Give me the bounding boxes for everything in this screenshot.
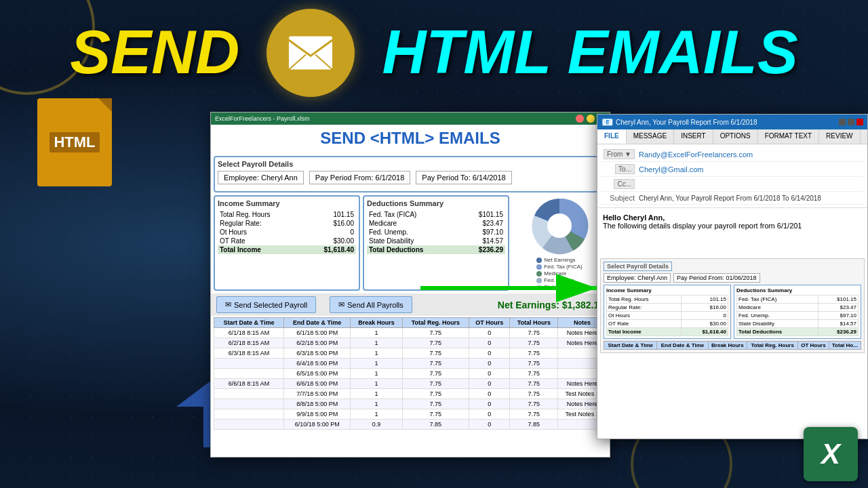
outlook-icon: 📧 xyxy=(601,117,613,127)
body-text: The following details display your payro… xyxy=(603,222,862,230)
chart-area: Net EarningsFed. Tax (FICA)MedicareFed. … xyxy=(512,195,607,291)
outlook-title: Cheryl Ann, Your Payroll Report From 6/1… xyxy=(616,119,836,126)
ribbon-tab-review[interactable]: REVIEW xyxy=(819,129,860,144)
to-label: To... xyxy=(601,164,639,174)
table-row: 6/4/18 5:00 PM17.7507.75 xyxy=(214,359,607,369)
cc-label: Cc... xyxy=(601,179,639,189)
html-file-area: HTML xyxy=(37,98,112,186)
inner-pay-from: Pay Period From: 01/06/2018 xyxy=(673,273,760,283)
table-row: 6/6/18 8:15 AM6/6/18 5:00 PM17.7507.75No… xyxy=(214,379,607,389)
ribbon-tab-format-text[interactable]: FORMAT TEXT xyxy=(758,129,819,144)
inner-income-table: Total Reg. Hours101.15Regular Rate:$16.0… xyxy=(606,295,728,336)
inner-deductions-title: Deductions Summary xyxy=(736,287,859,293)
deductions-title: Deductions Summary xyxy=(367,199,505,207)
subject-row: Subject Cheryl Ann, Your Payroll Report … xyxy=(601,192,863,205)
excel-window-title: ExcelForFreelancers - Payroll.xlsm xyxy=(215,115,310,122)
inner-summary: Income Summary Total Reg. Hours101.15Reg… xyxy=(604,285,861,339)
table-row: 9/9/18 5:00 PM17.7507.75Test Notes 1 xyxy=(214,409,607,420)
employee-field[interactable]: Employee: Cheryl Ann xyxy=(218,171,304,184)
payroll-details-section: Select Payroll Details Employee: Cheryl … xyxy=(214,156,607,192)
subject-label: Subject xyxy=(601,194,639,202)
inner-employee: Employee: Cheryl Ann xyxy=(604,273,671,283)
email-compose-area: From ▼ Randy@ExcelForFreelancers.com To.… xyxy=(597,144,867,208)
legend-item: Fed. Tax (FICA) xyxy=(536,264,582,270)
excel-window: ExcelForFreelancers - Payroll.xlsm SEND … xyxy=(210,112,610,458)
from-button[interactable]: From ▼ xyxy=(604,149,635,159)
legend-item: Net Earnings xyxy=(536,257,582,263)
min-btn[interactable] xyxy=(839,119,846,125)
chart-legend: Net EarningsFed. Tax (FICA)MedicareFed. … xyxy=(536,256,582,291)
from-value: Randy@ExcelForFreelancers.com xyxy=(639,150,863,159)
close-btn[interactable] xyxy=(576,115,584,123)
pay-period-to-field[interactable]: Pay Period To: 6/14/2018 xyxy=(416,171,511,184)
pay-period-from-field[interactable]: Pay Period From: 6/1/2018 xyxy=(309,171,410,184)
outlook-ribbon: FILEMESSAGEINSERTOPTIONSFORMAT TEXTREVIE… xyxy=(597,129,867,144)
header-area: SEND HTML EMAILS xyxy=(0,0,868,105)
outlook-window: 📧 Cheryl Ann, Your Payroll Report From 6… xyxy=(597,114,868,439)
ribbon-tab-message[interactable]: MESSAGE xyxy=(627,129,674,144)
ribbon-tab-insert[interactable]: INSERT xyxy=(674,129,713,144)
table-row: 6/1/18 8:15 AM6/1/18 5:00 PM17.7507.75No… xyxy=(214,328,607,338)
legend-item: State Disability xyxy=(536,284,582,290)
html-file-icon: HTML xyxy=(37,98,112,186)
legend-item: Fed. Unemp. xyxy=(536,277,582,283)
table-row: 6/5/18 5:00 PM17.7507.75 xyxy=(214,369,607,379)
legend-item: Medicare xyxy=(536,270,582,277)
email-icon xyxy=(267,9,355,97)
table-row: 6/2/18 8:15 AM6/2/18 5:00 PM17.7507.75No… xyxy=(214,338,607,348)
subject-value: Cheryl Ann, Your Payroll Report From 6/1… xyxy=(639,195,863,202)
deductions-summary-box: Deductions Summary Fed. Tax (FICA)$101.1… xyxy=(363,195,509,291)
to-row: To... Cheryl@Gmail.com xyxy=(601,162,863,177)
inner-payroll-row: Employee: Cheryl Ann Pay Period From: 01… xyxy=(604,273,861,283)
payroll-data-table: Start Date & TimeEnd Date & TimeBreak Ho… xyxy=(214,317,607,430)
income-summary-box: Income Summary Total Reg. Hours101.15Reg… xyxy=(214,195,360,291)
from-label: From ▼ xyxy=(601,149,639,159)
send-all-button[interactable]: ✉ Send All Payrolls xyxy=(330,296,412,313)
inner-section-title: Select Payroll Details xyxy=(604,262,672,271)
table-row: 8/8/18 5:00 PM17.7507.75Notes Here xyxy=(214,399,607,409)
email-body: Hello Cheryl Ann, The following details … xyxy=(597,208,867,256)
income-title: Income Summary xyxy=(218,199,356,207)
inner-deductions-box: Deductions Summary Fed. Tax (FICA)$101.1… xyxy=(734,285,861,339)
send-selected-button[interactable]: ✉ Send Selected Payroll xyxy=(216,296,316,313)
cc-row: Cc... xyxy=(601,177,863,192)
email-inner-window: Select Payroll Details Employee: Cheryl … xyxy=(600,258,865,353)
table-row: 6/10/18 5:00 PM0.97.8507.85 xyxy=(214,420,607,430)
outlook-title-bar: 📧 Cheryl Ann, Your Payroll Report From 6… xyxy=(597,115,867,129)
ribbon-tabs: FILEMESSAGEINSERTOPTIONSFORMAT TEXTREVIE… xyxy=(597,129,867,144)
excel-title-bar: ExcelForFreelancers - Payroll.xlsm xyxy=(211,113,610,125)
minimize-btn[interactable] xyxy=(587,115,595,123)
html-label: HTML xyxy=(50,132,99,152)
body-greeting: Hello Cheryl Ann, xyxy=(603,214,862,222)
excel-main-title: SEND <HTML> EMAILS xyxy=(211,125,610,153)
close-btn2[interactable] xyxy=(856,119,863,125)
svg-point-4 xyxy=(547,214,572,238)
buttons-row: ✉ Send Selected Payroll ✉ Send All Payro… xyxy=(211,293,610,316)
table-row: 6/3/18 8:15 AM6/3/18 5:00 PM17.7507.75 xyxy=(214,348,607,359)
deductions-table: Fed. Tax (FICA)$101.15Medicare$23.47Fed.… xyxy=(367,210,505,254)
payroll-details-row: Employee: Cheryl Ann Pay Period From: 6/… xyxy=(218,171,603,184)
pie-chart xyxy=(529,195,590,256)
income-table: Total Reg. Hours101.15Regular Rate:$16.0… xyxy=(218,210,356,254)
title-send: SEND xyxy=(70,18,239,87)
ribbon-tab-file[interactable]: FILE xyxy=(597,129,627,144)
payroll-section-title: Select Payroll Details xyxy=(218,160,603,168)
inner-data-table: Start Date & TimeEnd Date & TimeBreak Ho… xyxy=(604,341,861,350)
cc-button[interactable]: Cc... xyxy=(614,179,635,189)
excel-logo: X xyxy=(804,427,858,481)
summary-area: Income Summary Total Reg. Hours101.15Reg… xyxy=(214,195,607,291)
inner-income-title: Income Summary xyxy=(606,287,728,293)
data-table-scroll[interactable]: Start Date & TimeEnd Date & TimeBreak Ho… xyxy=(214,316,607,430)
from-row: From ▼ Randy@ExcelForFreelancers.com xyxy=(601,147,863,162)
to-button[interactable]: To... xyxy=(615,164,635,174)
inner-income-box: Income Summary Total Reg. Hours101.15Reg… xyxy=(604,285,731,339)
inner-deductions-table: Fed. Tax (FICA)$101.15Medicare$23.47Fed.… xyxy=(736,295,859,336)
table-row: 7/7/18 5:00 PM17.7507.75Test Notes 1 xyxy=(214,389,607,399)
send-all-icon: ✉ xyxy=(338,300,344,309)
excel-logo-text: X xyxy=(821,438,840,470)
max-btn[interactable] xyxy=(848,119,854,125)
net-earnings: Net Earnings: $1,382.11 xyxy=(498,300,604,310)
to-value: Cheryl@Gmail.com xyxy=(639,165,863,174)
title-html-emails: HTML EMAILS xyxy=(382,18,797,87)
ribbon-tab-options[interactable]: OPTIONS xyxy=(713,129,758,144)
